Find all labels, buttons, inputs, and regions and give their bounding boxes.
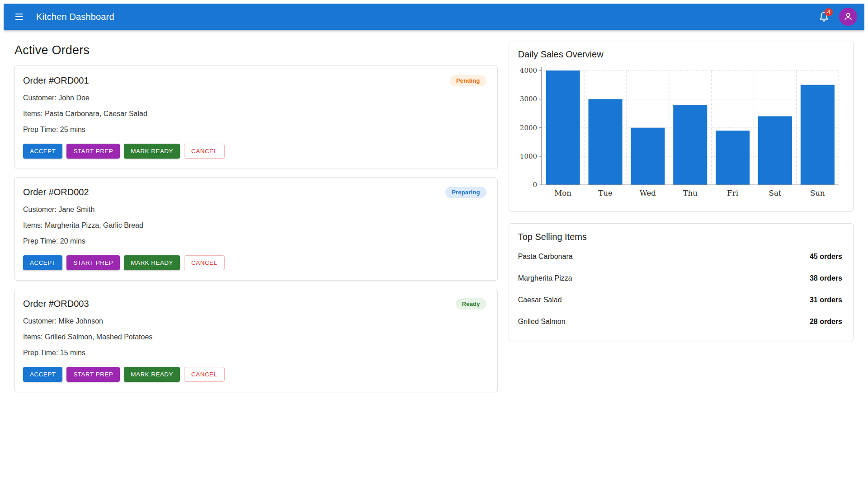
svg-text:2000: 2000 — [520, 124, 537, 132]
bar-sat — [758, 116, 792, 185]
hamburger-icon — [15, 14, 23, 20]
svg-text:Mon: Mon — [554, 189, 571, 197]
item-name: Pasta Carbonara — [518, 253, 573, 261]
svg-text:Thu: Thu — [683, 189, 698, 197]
svg-text:Wed: Wed — [640, 189, 656, 197]
order-customer: Customer: Mike Johnson — [23, 317, 486, 325]
order-card: Order #ORD002 Preparing Customer: Jane S… — [14, 177, 498, 281]
daily-sales-chart: 01000200030004000MonTueWedThuFriSatSun — [518, 63, 842, 203]
daily-sales-card: Daily Sales Overview 01000200030004000Mo… — [509, 41, 854, 211]
svg-text:Sun: Sun — [810, 189, 825, 197]
top-selling-card: Top Selling Items Pasta Carbonara 45 ord… — [509, 223, 854, 341]
bar-tue — [588, 99, 622, 185]
page-title: Active Orders — [14, 43, 498, 57]
cancel-button[interactable]: CANCEL — [184, 144, 224, 159]
svg-text:Sat: Sat — [769, 189, 781, 197]
user-avatar-button[interactable] — [839, 8, 857, 26]
bar-thu — [673, 105, 707, 185]
main-content: Active Orders Order #ORD001 Pending Cust… — [4, 30, 864, 411]
list-item: Pasta Carbonara 45 orders — [518, 246, 842, 267]
app-title: Kitchen Dashboard — [36, 12, 114, 22]
top-selling-title: Top Selling Items — [518, 232, 842, 242]
item-count: 38 orders — [810, 274, 842, 282]
item-count: 45 orders — [810, 253, 842, 261]
bar-mon — [546, 70, 580, 185]
svg-text:4000: 4000 — [520, 66, 537, 75]
order-customer: Customer: Jane Smith — [23, 206, 486, 214]
status-badge: Ready — [456, 298, 486, 310]
order-number: Order #ORD001 — [23, 75, 89, 86]
bar-fri — [716, 131, 750, 185]
svg-text:Fri: Fri — [727, 189, 738, 197]
cancel-button[interactable]: CANCEL — [184, 255, 224, 270]
item-name: Margherita Pizza — [518, 274, 572, 282]
svg-text:3000: 3000 — [520, 95, 537, 103]
svg-text:1000: 1000 — [520, 152, 537, 160]
order-card: Order #ORD001 Pending Customer: John Doe… — [14, 66, 498, 169]
accept-button[interactable]: ACCEPT — [23, 144, 62, 159]
sidebar-panels: Daily Sales Overview 01000200030004000Mo… — [509, 41, 854, 341]
top-selling-list: Pasta Carbonara 45 orders Margherita Piz… — [518, 246, 842, 333]
start-prep-button[interactable]: START PREP — [66, 144, 120, 159]
item-name: Grilled Salmon — [518, 318, 566, 326]
item-name: Caesar Salad — [518, 296, 562, 304]
daily-sales-title: Daily Sales Overview — [518, 49, 842, 60]
mark-ready-button[interactable]: MARK READY — [124, 255, 180, 270]
order-customer: Customer: John Doe — [23, 94, 486, 102]
order-prep-time: Prep Time: 20 mins — [23, 237, 486, 245]
bar-wed — [631, 128, 665, 185]
svg-text:0: 0 — [533, 181, 537, 189]
order-card: Order #ORD003 Ready Customer: Mike Johns… — [14, 289, 498, 392]
order-number: Order #ORD003 — [23, 299, 89, 309]
mark-ready-button[interactable]: MARK READY — [124, 367, 180, 382]
list-item: Caesar Salad 31 orders — [518, 289, 842, 311]
person-icon — [842, 11, 854, 23]
status-badge: Preparing — [445, 187, 486, 198]
start-prep-button[interactable]: START PREP — [66, 367, 120, 382]
svg-text:Tue: Tue — [598, 189, 613, 197]
start-prep-button[interactable]: START PREP — [66, 255, 120, 270]
app-bar: Kitchen Dashboard 4 — [4, 4, 864, 30]
active-orders-section: Active Orders Order #ORD001 Pending Cust… — [14, 41, 498, 400]
menu-button[interactable] — [10, 8, 28, 26]
item-count: 31 orders — [810, 296, 842, 304]
accept-button[interactable]: ACCEPT — [23, 367, 62, 382]
bar-sun — [800, 85, 834, 185]
mark-ready-button[interactable]: MARK READY — [124, 144, 180, 159]
order-prep-time: Prep Time: 25 mins — [23, 126, 486, 134]
order-prep-time: Prep Time: 15 mins — [23, 349, 486, 357]
list-item: Margherita Pizza 38 orders — [518, 267, 842, 289]
item-count: 28 orders — [810, 318, 842, 326]
notification-count-badge: 4 — [825, 8, 833, 16]
list-item: Grilled Salmon 28 orders — [518, 311, 842, 333]
notifications-button[interactable]: 4 — [815, 8, 833, 26]
order-items: Items: Grilled Salmon, Mashed Potatoes — [23, 333, 486, 341]
order-number: Order #ORD002 — [23, 187, 89, 197]
cancel-button[interactable]: CANCEL — [184, 367, 224, 382]
status-badge: Pending — [450, 75, 486, 86]
order-items: Items: Margherita Pizza, Garlic Bread — [23, 221, 486, 230]
accept-button[interactable]: ACCEPT — [23, 255, 62, 270]
order-items: Items: Pasta Carbonara, Caesar Salad — [23, 110, 486, 118]
